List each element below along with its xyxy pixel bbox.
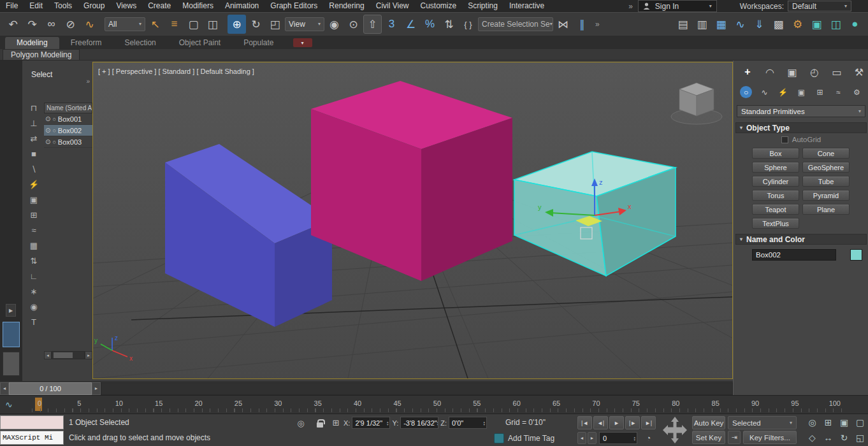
frame-back-icon[interactable]: ◄ xyxy=(0,382,9,395)
select-object-icon[interactable]: ↖ xyxy=(146,15,164,34)
visibility-eye-icon[interactable]: ⊙ xyxy=(45,127,50,134)
toggle-layer-explorer-icon[interactable]: ▥ xyxy=(693,15,711,34)
toolbar-overflow-icon[interactable]: » xyxy=(592,20,603,29)
perspective-viewport[interactable]: [ + ] [ Perspective ] [ Standard ] [ Def… xyxy=(92,62,733,379)
lock-explorer-icon[interactable]: ⊓ xyxy=(27,101,41,114)
render-frame-window-icon[interactable]: ◫ xyxy=(827,15,845,34)
zoom-icon[interactable]: ◎ xyxy=(804,415,820,430)
menu-item[interactable]: Customize xyxy=(415,0,463,12)
isolate-selection-icon[interactable]: ◎ xyxy=(294,417,307,429)
align-icon[interactable]: ∥ xyxy=(573,15,591,34)
menu-item[interactable]: Graph Editors xyxy=(264,0,323,12)
create-tab[interactable]: + xyxy=(741,66,754,78)
object-type-button[interactable]: Teapot xyxy=(752,204,799,215)
menu-item[interactable]: Modifiers xyxy=(177,0,219,12)
viewport-label[interactable]: [ + ] [ Perspective ] [ Standard ] [ Def… xyxy=(98,68,254,75)
filter-text-icon[interactable]: T xyxy=(27,315,41,328)
primitive-category-dropdown[interactable]: Standard Primitives ▾ xyxy=(737,105,865,117)
shapes-category[interactable]: ∿ xyxy=(758,86,770,98)
percent-snap-icon[interactable]: % xyxy=(421,15,439,34)
expand-panel-button[interactable]: ▶ xyxy=(6,304,16,317)
display-geometry-icon[interactable]: ■ xyxy=(27,147,41,160)
curve-editor-icon[interactable]: ∿ xyxy=(731,15,749,34)
use-pivot-point-center-icon[interactable]: ◉ xyxy=(325,15,344,34)
select-and-rotate-icon[interactable]: ↻ xyxy=(247,15,265,34)
maxscript-mini-listener[interactable]: MAXScript Mi xyxy=(0,431,64,445)
space-warps-category[interactable]: ≈ xyxy=(832,86,844,98)
menu-overflow-icon[interactable]: » xyxy=(623,2,638,11)
menu-item[interactable]: Views xyxy=(110,0,142,12)
menu-item[interactable]: Interactive xyxy=(503,0,550,12)
spinner-icon[interactable]: ▴▾ xyxy=(437,421,439,426)
menu-item[interactable]: Scripting xyxy=(462,0,503,12)
time-slider-handle[interactable]: 0 / 100 xyxy=(9,382,92,395)
object-type-button[interactable]: Cone xyxy=(802,148,850,159)
menu-item[interactable]: Civil View xyxy=(370,0,415,12)
zoom-region-icon[interactable]: ▢ xyxy=(852,415,868,430)
pan-view-icon[interactable]: ↔ xyxy=(820,430,836,445)
next-key-button[interactable]: ► xyxy=(588,432,597,444)
scroll-right-icon[interactable]: ► xyxy=(85,351,92,359)
object-type-button[interactable]: Box xyxy=(752,148,799,159)
object-type-button[interactable]: GeoSphere xyxy=(802,162,850,173)
display-hidden-icon[interactable]: ◉ xyxy=(27,300,41,313)
viewcube[interactable] xyxy=(671,83,722,124)
visibility-eye-icon[interactable]: ⊙ xyxy=(45,138,50,145)
box001-object[interactable] xyxy=(165,144,332,327)
play-button[interactable]: ► xyxy=(609,416,624,429)
previous-frame-button[interactable]: ◄| xyxy=(593,416,608,429)
redo-icon[interactable]: ↷ xyxy=(23,15,41,34)
menu-item[interactable]: File xyxy=(0,0,24,12)
render-production-icon[interactable]: ● xyxy=(846,15,864,34)
list-item[interactable]: ⊙ ○ Box002 xyxy=(44,125,92,136)
scroll-track[interactable] xyxy=(52,351,85,359)
selection-lock-icon[interactable] xyxy=(314,417,326,429)
list-item[interactable]: ⊙ ○ Box001 xyxy=(44,113,92,125)
zoom-all-icon[interactable]: ⊞ xyxy=(820,415,836,430)
go-to-end-button[interactable]: ►| xyxy=(641,416,656,429)
object-type-button[interactable]: Tube xyxy=(802,176,850,187)
coord-y-field[interactable]: -3'8 16/32" ▴▾ xyxy=(400,417,438,429)
sign-in-button[interactable]: Sign In ▾ xyxy=(638,0,717,12)
object-name-field[interactable]: Box002 xyxy=(752,249,836,261)
menu-item[interactable]: Create xyxy=(142,0,177,12)
helpers-category[interactable]: ⊞ xyxy=(814,86,826,98)
auto-key-button[interactable]: Auto Key xyxy=(692,416,725,429)
time-configuration-icon[interactable]: ◔ xyxy=(642,432,655,444)
key-filters-button[interactable]: Key Filters... xyxy=(743,431,797,444)
object-type-button[interactable]: Plane xyxy=(802,204,850,215)
coord-x-field[interactable]: 2'9 1/32" ▴▾ xyxy=(352,417,390,429)
dope-sheet-icon[interactable]: ⇓ xyxy=(750,15,769,34)
menu-item[interactable]: Tools xyxy=(48,0,78,12)
next-frame-button[interactable]: |► xyxy=(625,416,640,429)
angle-snap-icon[interactable]: ∠ xyxy=(401,15,420,34)
toggle-ribbon-icon[interactable]: ▦ xyxy=(712,15,730,34)
display-cameras-icon[interactable]: ▣ xyxy=(27,193,41,206)
select-and-manipulate-icon[interactable]: ⊙ xyxy=(344,15,363,34)
minimized-panel-swatch[interactable] xyxy=(3,352,20,376)
navigation-cross-icon[interactable] xyxy=(662,415,688,445)
schematic-view-icon[interactable]: ▩ xyxy=(769,15,788,34)
edit-named-selection-sets-icon[interactable]: { } xyxy=(459,15,477,34)
box003-object[interactable] xyxy=(311,81,512,281)
select-and-link-icon[interactable]: ∞ xyxy=(42,15,61,34)
display-helpers-icon[interactable]: ⊞ xyxy=(27,208,41,221)
object-type-button[interactable]: Pyramid xyxy=(802,190,850,201)
menu-item[interactable]: Animation xyxy=(219,0,264,12)
undo-icon[interactable]: ↶ xyxy=(4,15,22,34)
object-type-button[interactable]: Sphere xyxy=(752,162,799,173)
display-space-warps-icon[interactable]: ≈ xyxy=(27,224,41,236)
unlink-selection-icon[interactable]: ⊘ xyxy=(61,15,80,34)
object-color-swatch[interactable] xyxy=(850,249,862,261)
workspace-dropdown[interactable]: Default ▾ xyxy=(788,1,851,11)
Selection[interactable]: Selection xyxy=(113,37,167,49)
spinner-icon[interactable]: ▴▾ xyxy=(633,436,635,441)
geometry-category[interactable]: ○ xyxy=(740,86,752,98)
systems-category[interactable]: ⚙ xyxy=(851,86,863,98)
motion-tab[interactable]: ◴ xyxy=(808,66,821,78)
render-setup-icon[interactable]: ▣ xyxy=(807,15,826,34)
lights-category[interactable]: ⚡ xyxy=(777,86,789,98)
display-frozen-icon[interactable]: ∗ xyxy=(27,285,41,298)
utilities-tab[interactable]: ⚒ xyxy=(853,66,865,78)
material-editor-icon[interactable]: ⚙ xyxy=(788,15,807,34)
